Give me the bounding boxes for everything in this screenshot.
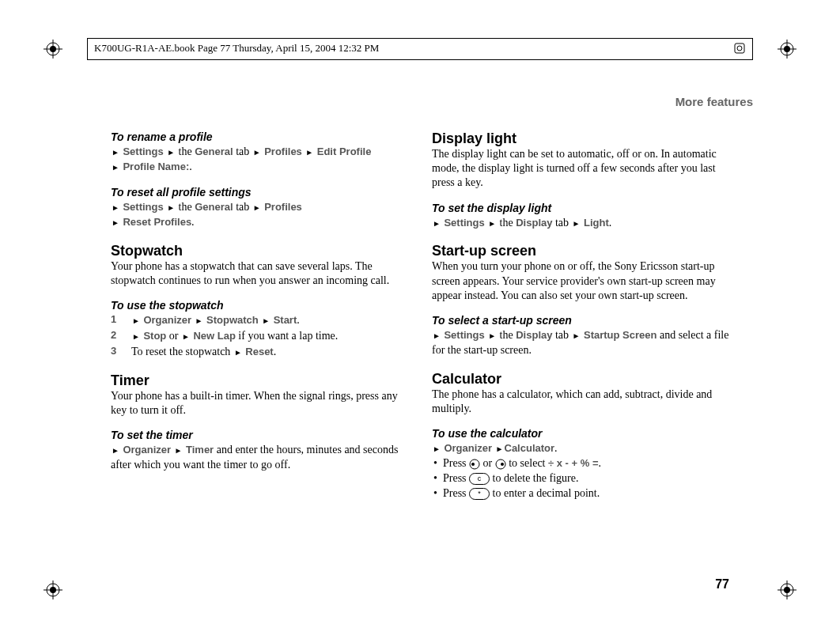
select-startup-title: To select a start-up screen — [432, 314, 729, 327]
registration-mark-icon — [44, 40, 62, 59]
timer-heading: Timer — [111, 372, 408, 389]
timer-body: Your phone has a built-in timer. When th… — [111, 389, 408, 418]
calculator-bullet-1: Press or to select ÷ x - + % =. — [432, 456, 729, 471]
page-header-banner: K700UG-R1A-AE.book Page 77 Thursday, Apr… — [87, 38, 753, 60]
registration-mark-icon — [44, 580, 62, 599]
star-key-icon: * — [469, 488, 490, 500]
reset-profile-title: To reset all profile settings — [111, 186, 408, 199]
left-column: To rename a profile ► Settings ► the Gen… — [111, 130, 408, 501]
stopwatch-body: Your phone has a stopwatch that can save… — [111, 259, 408, 288]
calculator-body: The phone has a calculator, which can ad… — [432, 388, 729, 416]
set-display-light-path: ► Settings ► the Display tab ► Light. — [432, 216, 729, 231]
svg-rect-16 — [735, 43, 744, 53]
svg-point-21 — [501, 463, 504, 466]
stopwatch-step-3: 3 To reset the stopwatch ► Reset. — [111, 345, 408, 360]
svg-point-19 — [471, 463, 475, 466]
set-timer-path: ► Organizer ► Timer and enter the hours,… — [111, 443, 408, 473]
startup-heading: Start-up screen — [432, 243, 729, 259]
svg-point-17 — [737, 46, 742, 51]
use-calculator-title: To use the calculator — [432, 427, 729, 440]
stopwatch-heading: Stopwatch — [111, 243, 408, 259]
nav-right-icon — [495, 459, 506, 470]
select-startup-path: ► Settings ► the Display tab ► Startup S… — [432, 328, 729, 358]
stopwatch-step-1: 1 ► Organizer ► Stopwatch ► Start. — [111, 313, 408, 328]
section-header: More features — [87, 95, 753, 108]
startup-body: When you turn your phone on or off, the … — [432, 259, 729, 303]
calculator-bullet-2: Press c to delete the figure. — [432, 471, 729, 486]
page-number: 77 — [715, 577, 729, 592]
c-key-icon: c — [469, 473, 490, 485]
set-timer-title: To set the timer — [111, 429, 408, 441]
display-light-body: The display light can be set to automati… — [432, 147, 729, 191]
banner-icon — [733, 42, 746, 56]
display-light-heading: Display light — [432, 130, 729, 147]
stopwatch-step-2: 2 ► Stop or ► New Lap if you want a lap … — [111, 329, 408, 344]
registration-mark-icon — [778, 40, 796, 59]
reset-profile-path: ► Settings ► the General tab ► Profiles … — [111, 200, 408, 230]
nav-left-icon — [469, 459, 480, 470]
right-column: Display light The display light can be s… — [432, 130, 729, 501]
registration-mark-icon — [778, 580, 796, 599]
set-display-light-title: To set the display light — [432, 202, 729, 214]
calculator-heading: Calculator — [432, 371, 729, 388]
rename-profile-title: To rename a profile — [111, 130, 408, 143]
use-calculator-path: ► Organizer ►Calculator. — [432, 441, 729, 456]
rename-profile-path: ► Settings ► the General tab ► Profiles … — [111, 145, 408, 175]
use-stopwatch-title: To use the stopwatch — [111, 299, 408, 312]
calculator-bullet-3: Press * to enter a decimal point. — [432, 486, 729, 501]
banner-text: K700UG-R1A-AE.book Page 77 Thursday, Apr… — [94, 42, 379, 55]
